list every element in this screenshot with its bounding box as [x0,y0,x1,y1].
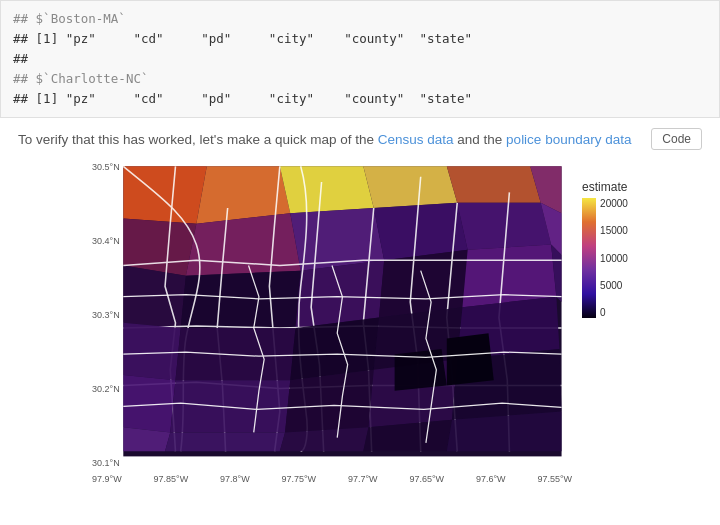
svg-marker-3 [280,166,374,213]
legend-value-1: 20000 [600,198,628,209]
svg-marker-4 [363,166,457,208]
x-axis-labels: 97.9°W 97.85°W 97.8°W 97.75°W 97.7°W 97.… [92,474,572,484]
legend-container: estimate 20000 15000 10 [582,180,628,318]
map-area: 30.5°N 30.4°N 30.3°N 30.2°N 30.1°N [92,160,572,470]
code-line-3: ## [13,49,707,69]
code-line-2: ## [1] "pz" "cd" "pd" "city" "county" "s… [13,29,707,49]
legend-value-4: 5000 [600,280,628,291]
legend-row: 20000 15000 10000 5000 0 [582,198,628,318]
svg-rect-36 [582,198,596,318]
legend-title: estimate [582,180,628,194]
code-output-block: ## $`Boston-MA` ## [1] "pz" "cd" "pd" "c… [0,0,720,118]
svg-marker-20 [176,328,296,380]
x-label-8: 97.55°W [537,474,572,484]
svg-marker-11 [457,203,551,250]
police-boundary-link[interactable]: police boundary data [506,132,631,147]
x-label-5: 97.7°W [348,474,378,484]
legend-value-3: 10000 [600,253,628,264]
svg-marker-7 [123,218,196,275]
census-data-link[interactable]: Census data [378,132,454,147]
map-container: 30.5°N 30.4°N 30.3°N 30.2°N 30.1°N [0,160,720,480]
description-bar: To verify that this has worked, let's ma… [0,118,720,160]
map-svg [92,160,572,470]
x-label-2: 97.85°W [154,474,189,484]
svg-marker-35 [395,349,447,391]
code-line-5: ## [1] "pz" "cd" "pd" "city" "county" "s… [13,89,707,109]
description-text: To verify that this has worked, let's ma… [18,132,631,147]
svg-marker-25 [170,380,290,432]
code-line-4: ## $`Charlotte-NC` [13,69,707,89]
code-line-1: ## $`Boston-MA` [13,9,707,29]
x-label-7: 97.6°W [476,474,506,484]
svg-marker-34 [447,333,494,385]
x-label-3: 97.8°W [220,474,250,484]
x-label-4: 97.75°W [282,474,317,484]
svg-marker-30 [165,432,285,451]
legend-value-5: 0 [600,307,628,318]
x-label-1: 97.9°W [92,474,122,484]
legend-labels: 20000 15000 10000 5000 0 [600,198,628,318]
legend-gradient-svg [582,198,596,318]
svg-marker-17 [463,245,557,308]
svg-marker-1 [123,166,206,223]
svg-marker-19 [123,323,180,380]
svg-marker-5 [447,166,541,203]
legend-value-2: 15000 [600,225,628,236]
code-toggle-button[interactable]: Code [651,128,702,150]
x-label-6: 97.65°W [409,474,444,484]
